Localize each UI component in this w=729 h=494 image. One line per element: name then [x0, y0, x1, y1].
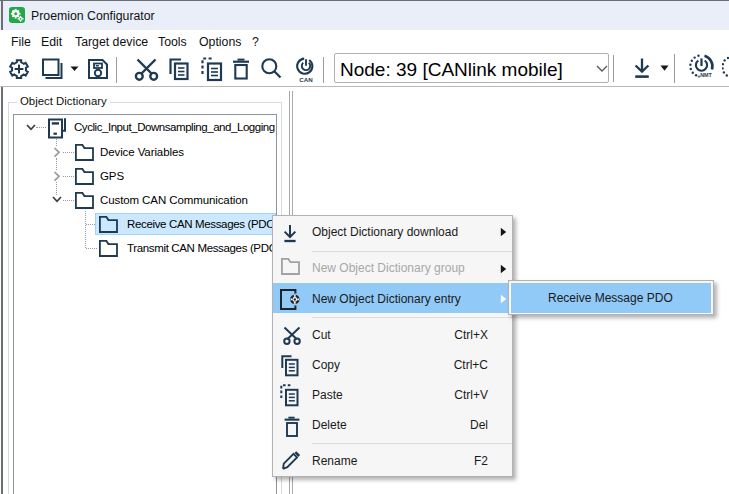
- svg-text:NMT: NMT: [700, 72, 712, 78]
- svg-text:CAN: CAN: [299, 76, 313, 83]
